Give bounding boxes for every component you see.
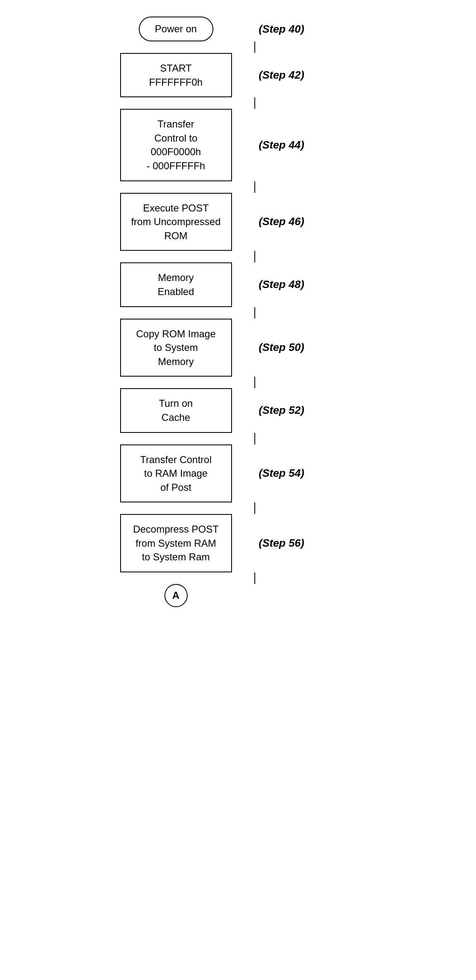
process-copy-text: Copy ROM Imageto SystemMemory [136, 328, 215, 367]
flow-row-end: A [72, 584, 404, 607]
flow-row-48: MemoryEnabled (Step 48) [72, 262, 404, 307]
flow-row-40: Power on (Step 40) [72, 17, 404, 41]
step-label-56: (Step 56) [259, 537, 304, 550]
process-transfer-text: TransferControl to000F0000h- 000FFFFFh [147, 118, 205, 171]
connector-1 [184, 41, 325, 53]
connector-6 [184, 377, 325, 388]
process-transfer-ram-text: Transfer Controlto RAM Imageof Post [140, 454, 212, 493]
label-area-40: (Step 40) [259, 23, 325, 36]
label-area-42: (Step 42) [259, 69, 325, 82]
box-area-54: Transfer Controlto RAM Imageof Post [106, 444, 246, 503]
label-area-48: (Step 48) [259, 278, 325, 291]
flow-row-52: Turn onCache (Step 52) [72, 388, 404, 432]
connector-2 [184, 97, 325, 109]
process-execute-text: Execute POSTfrom UncompressedROM [131, 202, 220, 241]
step-label-44: (Step 44) [259, 139, 304, 151]
process-start: STARTFFFFFFF0h [120, 53, 232, 97]
box-area-50: Copy ROM Imageto SystemMemory [106, 319, 246, 377]
flowchart-container: Power on (Step 40) STARTFFFFFFF0h (Step … [72, 17, 404, 607]
process-execute-post: Execute POSTfrom UncompressedROM [120, 193, 232, 251]
box-area-end: A [106, 584, 246, 607]
line-3 [254, 181, 255, 193]
process-decompress: Decompress POSTfrom System RAMto System … [120, 514, 232, 572]
line-8 [254, 502, 255, 514]
label-area-50: (Step 50) [259, 341, 325, 354]
process-copy-rom: Copy ROM Imageto SystemMemory [120, 319, 232, 377]
step-label-54: (Step 54) [259, 467, 304, 480]
box-area-52: Turn onCache [106, 388, 246, 432]
terminal-power-on: Power on [139, 17, 213, 41]
flow-row-56: Decompress POSTfrom System RAMto System … [72, 514, 404, 572]
flow-row-54: Transfer Controlto RAM Imageof Post (Ste… [72, 444, 404, 503]
line-1 [254, 41, 255, 53]
line-6 [254, 377, 255, 388]
connector-8 [184, 502, 325, 514]
process-transfer-control: TransferControl to000F0000h- 000FFFFFh [120, 109, 232, 181]
step-label-50: (Step 50) [259, 341, 304, 354]
label-area-46: (Step 46) [259, 215, 325, 228]
process-memory-enabled: MemoryEnabled [120, 262, 232, 307]
line-2 [254, 97, 255, 109]
label-area-52: (Step 52) [259, 404, 325, 417]
line-9 [254, 572, 255, 584]
box-area-44: TransferControl to000F0000h- 000FFFFFh [106, 109, 246, 181]
flow-row-42: STARTFFFFFFF0h (Step 42) [72, 53, 404, 97]
box-area-42: STARTFFFFFFF0h [106, 53, 246, 97]
process-turn-on-cache: Turn onCache [120, 388, 232, 432]
label-area-44: (Step 44) [259, 139, 325, 151]
step-label-46: (Step 46) [259, 215, 304, 228]
process-cache-text: Turn onCache [159, 398, 193, 423]
box-area-40: Power on [106, 17, 246, 41]
process-start-text: STARTFFFFFFF0h [149, 62, 203, 88]
line-4 [254, 251, 255, 262]
connector-3 [184, 181, 325, 193]
connector-9 [184, 572, 325, 584]
flow-row-44: TransferControl to000F0000h- 000FFFFFh (… [72, 109, 404, 181]
flow-row-50: Copy ROM Imageto SystemMemory (Step 50) [72, 319, 404, 377]
flow-row-46: Execute POSTfrom UncompressedROM (Step 4… [72, 193, 404, 251]
box-area-48: MemoryEnabled [106, 262, 246, 307]
step-label-40: (Step 40) [259, 23, 304, 36]
line-7 [254, 433, 255, 444]
circle-a: A [164, 584, 188, 607]
process-transfer-ram: Transfer Controlto RAM Imageof Post [120, 444, 232, 503]
step-label-42: (Step 42) [259, 69, 304, 82]
connector-7 [184, 433, 325, 444]
box-area-56: Decompress POSTfrom System RAMto System … [106, 514, 246, 572]
process-decompress-text: Decompress POSTfrom System RAMto System … [133, 524, 219, 562]
step-label-52: (Step 52) [259, 404, 304, 417]
step-label-48: (Step 48) [259, 278, 304, 291]
connector-4 [184, 251, 325, 262]
label-area-54: (Step 54) [259, 467, 325, 480]
box-area-46: Execute POSTfrom UncompressedROM [106, 193, 246, 251]
label-area-56: (Step 56) [259, 537, 325, 550]
process-memory-text: MemoryEnabled [157, 272, 194, 297]
connector-5 [184, 307, 325, 319]
line-5 [254, 307, 255, 319]
